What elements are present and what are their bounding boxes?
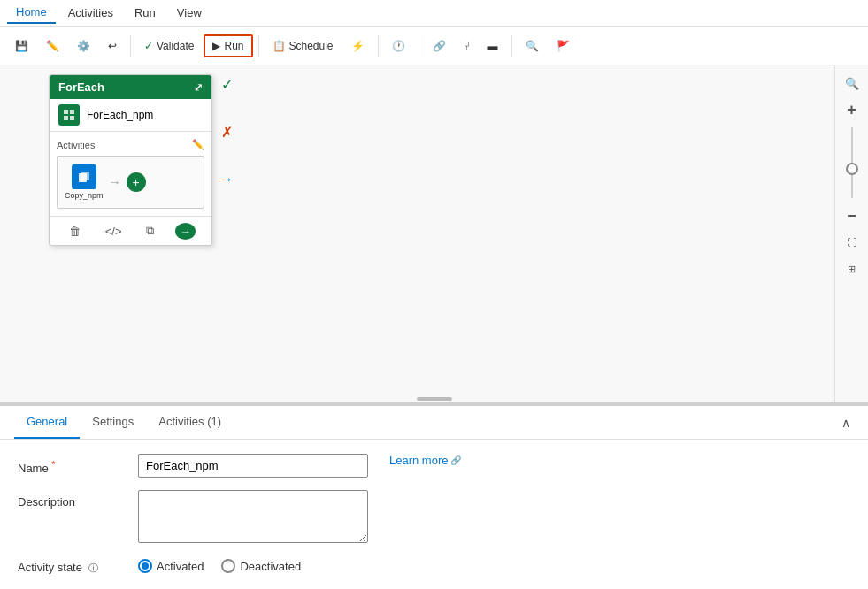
menu-home[interactable]: Home xyxy=(7,2,56,24)
description-row: Description xyxy=(18,490,850,543)
run-button[interactable]: ▶ Run xyxy=(204,34,252,57)
foreach-title: ForEach xyxy=(58,80,104,94)
main-area: ForEach ⤢ ForEach_npm Activities ✏️ xyxy=(0,65,868,589)
delete-icon[interactable]: 🗑 xyxy=(65,223,84,240)
activity-state-row: Activity state ⓘ Activated Deactivated xyxy=(18,555,850,575)
schedule-icon: 📋 xyxy=(273,40,286,52)
copy-npm-icon xyxy=(72,164,96,189)
activity-state-label: Activity state ⓘ xyxy=(18,555,124,575)
foreach-node-icon xyxy=(58,104,80,126)
svg-rect-5 xyxy=(81,172,89,180)
activated-radio[interactable] xyxy=(138,559,152,573)
menu-activities[interactable]: Activities xyxy=(59,3,122,23)
arrow-connector: → xyxy=(109,175,121,189)
fit-to-window-icon[interactable]: ⛶ xyxy=(840,230,864,255)
bottom-tabs-left: General Settings Activities (1) xyxy=(14,406,234,439)
zoom-out-icon[interactable]: − xyxy=(840,203,864,228)
search-toolbar-icon: 🔍 xyxy=(526,40,539,52)
flag-icon: 🚩 xyxy=(557,40,570,52)
side-panel: 🔍 + − ⛶ ⊞ xyxy=(834,65,868,402)
status-icon-3: → xyxy=(217,170,236,189)
name-required-marker: * xyxy=(51,459,55,470)
svg-rect-1 xyxy=(70,110,74,114)
grid-icon[interactable]: ⊞ xyxy=(840,256,864,281)
edit-button[interactable]: ✏️ xyxy=(38,35,67,57)
status-icon-1: ✓ xyxy=(217,74,236,94)
save-icon: 💾 xyxy=(15,40,28,52)
undo-icon: ↩ xyxy=(108,40,117,52)
add-activity-button[interactable]: + xyxy=(127,172,146,192)
search-zoom-icon[interactable]: 🔍 xyxy=(840,71,864,96)
status-icons: ✓ ✗ → xyxy=(217,65,236,189)
canvas-area[interactable]: ForEach ⤢ ForEach_npm Activities ✏️ xyxy=(0,65,868,404)
lightning-icon: ⚡ xyxy=(351,40,365,52)
foreach-node[interactable]: ForEach ⤢ ForEach_npm Activities ✏️ xyxy=(49,74,212,246)
deactivated-option[interactable]: Deactivated xyxy=(221,559,301,573)
bottom-tabs: General Settings Activities (1) ∧ xyxy=(0,406,868,440)
deactivated-label: Deactivated xyxy=(240,560,301,573)
activated-label: Activated xyxy=(157,560,204,573)
name-row: Name * Learn more 🔗 xyxy=(18,454,850,478)
tab-settings[interactable]: Settings xyxy=(80,406,146,439)
copy-icon[interactable]: ⧉ xyxy=(142,222,157,240)
separator-5 xyxy=(511,35,512,57)
tab-activities[interactable]: Activities (1) xyxy=(146,406,234,439)
run-icon: ▶ xyxy=(212,40,220,52)
history-icon: 🕐 xyxy=(392,40,405,52)
activated-option[interactable]: Activated xyxy=(138,559,204,573)
history-button[interactable]: 🕐 xyxy=(384,35,413,57)
branch-icon: ⑂ xyxy=(464,40,470,52)
edit-icon: ✏️ xyxy=(46,40,59,52)
foreach-node-name: ForEach_npm xyxy=(87,109,153,121)
activities-canvas: Copy_npm → + xyxy=(57,156,204,209)
connect-icon: 🔗 xyxy=(433,40,446,52)
copy-npm-node[interactable]: Copy_npm xyxy=(65,164,104,200)
undo-button[interactable]: ↩ xyxy=(100,35,125,57)
name-label: Name * xyxy=(18,454,124,475)
foreach-footer: 🗑 </> ⧉ → xyxy=(50,216,211,245)
save-button[interactable]: 💾 xyxy=(7,35,36,57)
zoom-slider-track[interactable] xyxy=(851,127,853,198)
menu-run[interactable]: Run xyxy=(126,3,165,23)
activity-state-info-icon[interactable]: ⓘ xyxy=(88,562,98,573)
collapse-panel-button[interactable]: ∧ xyxy=(838,412,854,433)
branch-button[interactable]: ⑂ xyxy=(456,35,478,57)
menu-view[interactable]: View xyxy=(168,3,211,23)
foreach-body: Activities ✏️ Copy_npm → + xyxy=(50,132,211,216)
tab-general[interactable]: General xyxy=(14,406,80,439)
settings-button[interactable]: ⚙️ xyxy=(69,35,98,57)
run-label: Run xyxy=(224,40,243,52)
learn-more-label: Learn more xyxy=(389,454,448,467)
learn-more-link[interactable]: Learn more 🔗 xyxy=(389,454,461,467)
foreach-expand-icon[interactable]: ⤢ xyxy=(194,81,203,94)
flag-button[interactable]: 🚩 xyxy=(549,35,578,57)
search-toolbar-button[interactable]: 🔍 xyxy=(518,35,547,57)
lightning-button[interactable]: ⚡ xyxy=(343,35,373,57)
external-link-icon: 🔗 xyxy=(450,455,461,465)
zoom-slider-thumb[interactable] xyxy=(846,163,858,175)
toolbar: 💾 ✏️ ⚙️ ↩ ✓ Validate ▶ Run 📋 Schedule ⚡ … xyxy=(0,27,868,65)
separator-3 xyxy=(378,35,379,57)
activities-label: Activities xyxy=(57,140,95,150)
properties-panel: Name * Learn more 🔗 Description Activity… xyxy=(0,440,868,589)
status-icon-2: ✗ xyxy=(217,122,236,142)
deactivated-radio[interactable] xyxy=(221,559,235,573)
collapse-handle[interactable] xyxy=(415,395,454,402)
connect-button[interactable]: 🔗 xyxy=(425,35,454,57)
description-label: Description xyxy=(18,490,124,509)
schedule-button[interactable]: 📋 Schedule xyxy=(265,35,342,57)
validate-button[interactable]: ✓ Validate xyxy=(136,35,202,57)
foreach-header: ForEach ⤢ xyxy=(50,75,211,99)
name-input[interactable] xyxy=(138,454,368,478)
description-input[interactable] xyxy=(138,490,368,543)
edit-activities-icon[interactable]: ✏️ xyxy=(192,139,204,150)
svg-rect-0 xyxy=(64,110,68,114)
box-icon: ▬ xyxy=(488,40,498,52)
menu-bar: Home Activities Run View xyxy=(0,0,868,27)
gear-icon: ⚙️ xyxy=(77,40,90,52)
validate-label: Validate xyxy=(157,40,194,52)
navigate-icon[interactable]: → xyxy=(175,223,196,240)
zoom-in-icon[interactable]: + xyxy=(840,97,864,122)
code-icon[interactable]: </> xyxy=(102,223,126,240)
box-button[interactable]: ▬ xyxy=(480,35,506,57)
